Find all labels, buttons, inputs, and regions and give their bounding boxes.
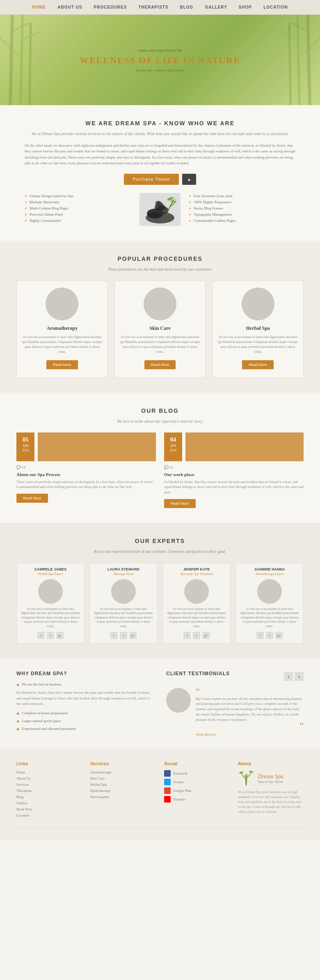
nav-location[interactable]: LOCATION	[258, 5, 293, 9]
footer-service-herbalspa[interactable]: Herbal Spa	[90, 782, 156, 787]
expert-4-twitter-icon[interactable]: t	[266, 632, 273, 639]
procedures-grid: Aromatherapy At vero eos at accusamus et…	[16, 281, 304, 378]
about-section: WE ARE DREAM SPA - KNOW WHO WE ARE We at…	[0, 105, 320, 241]
blog-post-1-header: 05 APR 2014	[16, 432, 156, 461]
features-left: Unique Design suited for Spa Multiple Sh…	[25, 194, 131, 225]
bamboo-right-decoration	[271, 15, 320, 105]
footer-link-about[interactable]: About Us	[16, 776, 82, 780]
footer-link-services[interactable]: Services	[16, 782, 82, 787]
procedures-subtitle: These procedures are the best and most l…	[16, 266, 304, 272]
feature-2: Multiple Shortcodes	[25, 200, 131, 204]
testimonial-avatar	[166, 688, 191, 713]
nav-gallery[interactable]: GALLERY	[199, 5, 233, 9]
svg-point-10	[22, 88, 23, 89]
expert-social-2: f t g+	[93, 632, 154, 639]
testimonials-prev-button[interactable]: ‹	[284, 672, 293, 681]
footer-service-aromatherapy[interactable]: Aromatherapy	[90, 770, 156, 774]
blog-date-box-1: 05 APR 2014	[16, 432, 34, 461]
blog-post-title-1: About our Spa Process	[16, 472, 156, 477]
nav-shop[interactable]: SHOP	[233, 5, 258, 9]
testimonial-text-container: " But I must explain to you how all this…	[196, 688, 304, 736]
footer-columns: Links Home About Us Services Therapists …	[16, 761, 304, 819]
footer-link-home[interactable]: Home	[16, 770, 82, 774]
footer-link-book[interactable]: Book Now	[16, 807, 82, 811]
footer-link-location[interactable]: Location	[16, 813, 82, 817]
footer-social-facebook[interactable]: Facebook	[164, 770, 230, 777]
expert-desc-1: At vero eos at accusamus et iusto odio d…	[20, 607, 81, 629]
nav-blog[interactable]: BLOG	[174, 5, 199, 9]
procedure-image-skincare	[144, 288, 176, 320]
testimonial-quote-mark-end: "	[196, 722, 304, 730]
footer-social-googleplus[interactable]: Google Plus	[164, 787, 230, 794]
footer-social-title: Social	[164, 761, 230, 766]
expert-3-twitter-icon[interactable]: t	[193, 632, 200, 639]
footer-social-twitter[interactable]: Twitter	[164, 779, 230, 785]
spa-stones-image	[139, 193, 181, 226]
expert-3-google-icon[interactable]: g+	[202, 632, 210, 639]
procedure-read-more-aromatherapy[interactable]: Read More	[46, 360, 78, 369]
nav-therapists[interactable]: THERAPISTS	[133, 5, 174, 9]
footer-service-electropathy[interactable]: Electropathy	[90, 795, 156, 799]
feature-7: 100% Highly Responsive	[189, 200, 295, 204]
footer-social-youtube[interactable]: Youtube	[164, 796, 230, 803]
footer-link-gallery[interactable]: Gallery	[16, 801, 82, 805]
footer-service-hydrotherapy[interactable]: Hydrotherapy	[90, 789, 156, 793]
experts-subtitle: Know our experienced team of spa wellnes…	[16, 548, 304, 554]
nav-about[interactable]: ABOUT US	[52, 5, 88, 9]
nav-procedures[interactable]: PROCEDURES	[88, 5, 133, 9]
testimonial-author: Anita Benicio	[196, 732, 304, 736]
feature-8: Sticky Blog Feature	[189, 206, 295, 210]
procedures-title: POPULAR PROCEDURES	[16, 255, 304, 262]
procedure-read-more-herbalspa[interactable]: Read More	[242, 360, 274, 369]
nav-home[interactable]: HOME	[26, 5, 52, 9]
why-item-3-label: Experienced and educated personnel	[22, 727, 76, 731]
procedure-image-herbalspa	[242, 288, 274, 320]
blog-read-more-2[interactable]: Read More	[164, 499, 196, 508]
blog-comment-count-1: 💬 18	[16, 465, 156, 469]
blog-read-more-1[interactable]: Read More	[16, 494, 48, 503]
expert-1-google-icon[interactable]: g+	[56, 632, 64, 639]
testimonials-next-button[interactable]: ›	[295, 672, 304, 681]
twitter-icon	[164, 779, 171, 785]
why-dot-main: ●	[16, 682, 19, 687]
expert-2-twitter-icon[interactable]: t	[120, 632, 127, 639]
footer-service-skincare[interactable]: Skin Care	[90, 776, 156, 780]
footer-services-column: Services Aromatherapy Skin Care Herbal S…	[90, 761, 156, 819]
blog-date-month-1: APR	[19, 444, 32, 448]
svg-line-1	[21, 15, 23, 105]
svg-line-31	[246, 774, 247, 786]
expert-4-facebook-icon[interactable]: f	[256, 632, 264, 639]
hero-subtitle: Dream Spa - Natural Spa Theme	[80, 68, 240, 72]
blog-date-day-1: 05	[19, 436, 32, 444]
footer-links-title: Links	[16, 761, 82, 766]
expert-1-twitter-icon[interactable]: t	[47, 632, 54, 639]
expert-3-facebook-icon[interactable]: f	[183, 632, 191, 639]
experts-section: OUR EXPERTS Know our experienced team of…	[0, 523, 320, 659]
feature-10: Customizable Gallery Pages	[189, 219, 295, 223]
expert-2-google-icon[interactable]: g+	[129, 632, 137, 639]
procedure-name-skincare: Skin Care	[120, 325, 201, 331]
expert-2-facebook-icon[interactable]: f	[110, 632, 118, 639]
blog-title: OUR BLOG	[16, 407, 304, 414]
expert-1-facebook-icon[interactable]: f	[37, 632, 45, 639]
why-item-3: ● Experienced and educated personnel	[16, 727, 154, 732]
footer-link-blog[interactable]: Blog	[16, 795, 82, 799]
expert-4-google-icon[interactable]: g+	[275, 632, 283, 639]
upload-button[interactable]: ▲	[182, 174, 196, 185]
why-item-2: ● Larger natural green space	[16, 719, 154, 724]
procedure-name-aromatherapy: Aromatherapy	[22, 325, 103, 331]
footer-social-column: Social Facebook Twitter Google Plus Yout…	[164, 761, 230, 819]
footer-link-therapists[interactable]: Therapists	[16, 789, 82, 793]
blog-thumbnail-1	[38, 432, 156, 461]
blog-posts-container: 05 APR 2014 💬 18 About our Spa Process T…	[16, 432, 304, 508]
expert-name-2: LAURA STEWARD	[93, 567, 154, 571]
footer-logo-name: Dream Spa	[258, 773, 283, 780]
blog-date-box-2: 04 APR 2014	[164, 432, 182, 461]
procedure-card-herbalspa: Herbal Spa At vero eos at accusamus et i…	[212, 281, 304, 378]
procedure-read-more-skincare[interactable]: Read More	[144, 360, 176, 369]
blog-post-title-2: Our work place	[164, 472, 304, 477]
procedure-card-skincare: Skin Care At vero eos at accusamus et iu…	[114, 281, 206, 378]
blog-post-text-2: So blinded by desire, that they cannot f…	[164, 479, 304, 495]
expert-card-3: JENIFER KATE Ayurvedic Spa Treatment At …	[162, 563, 231, 644]
purchase-theme-button[interactable]: Purchase Theme	[124, 174, 179, 185]
